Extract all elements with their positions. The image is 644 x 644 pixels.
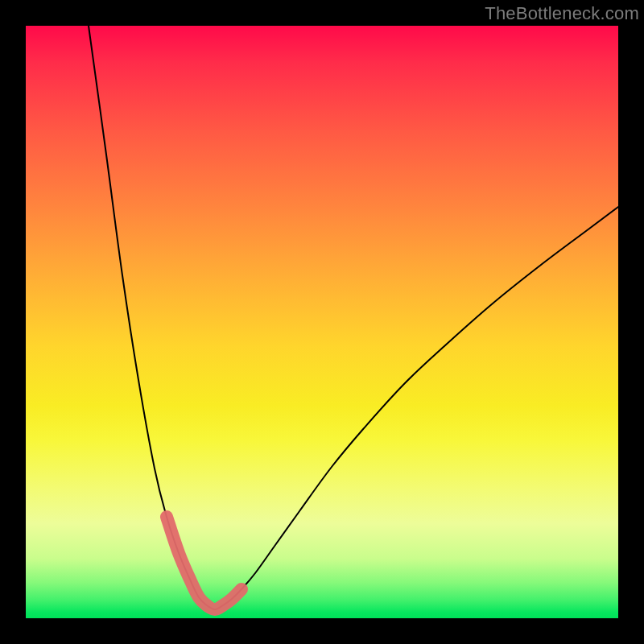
watermark-text: TheBottleneck.com (485, 3, 639, 24)
chart-frame: TheBottleneck.com (0, 0, 644, 644)
highlight-segment (167, 517, 242, 609)
chart-svg (26, 26, 618, 618)
plot-area (26, 26, 618, 618)
